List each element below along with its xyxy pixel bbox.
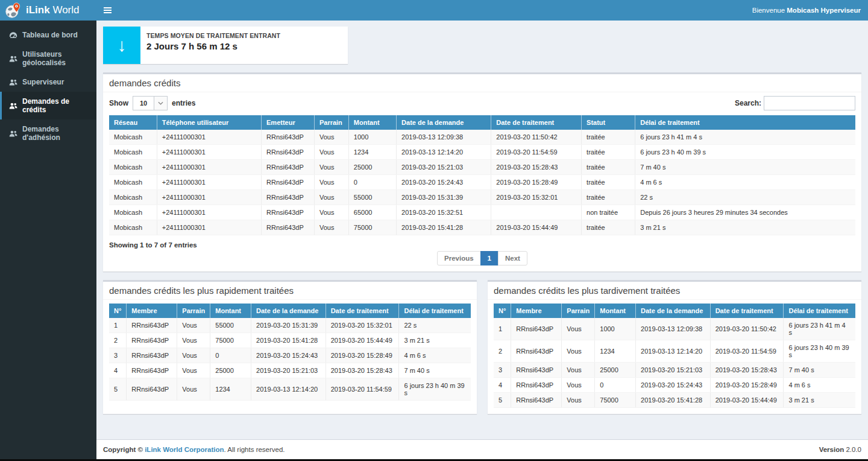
table-cell: 25000 bbox=[210, 363, 251, 378]
table-cell: Vous bbox=[314, 220, 348, 235]
table-row: Mobicash+24111000301RRnsi643dPVous02019-… bbox=[109, 175, 855, 190]
table-cell: RRnsi643dP bbox=[262, 190, 315, 205]
credit-requests-table: RéseauTéléphone utilisateurEmetteurParra… bbox=[109, 115, 855, 235]
table-cell: Vous bbox=[314, 130, 348, 145]
table-cell: +24111000301 bbox=[157, 175, 261, 190]
sidebar-item-demandes-de-credits[interactable]: Demandes de crédits bbox=[0, 92, 96, 119]
column-header[interactable]: Délai de traitement bbox=[784, 304, 855, 318]
sidebar-item-utilisateurs-geolocalises[interactable]: Utilisateurs géolocalisés bbox=[0, 45, 96, 72]
table-cell: 2019-03-20 11:50:42 bbox=[710, 318, 784, 340]
table-cell: 1234 bbox=[210, 378, 251, 401]
table-row: 2RRnsi643dPVous750002019-03-20 15:41:282… bbox=[109, 333, 471, 348]
column-header[interactable]: Date de traitement bbox=[491, 115, 582, 130]
table-cell: 2019-03-20 15:31:39 bbox=[397, 190, 491, 205]
panel-header: demandes crédits les plus tardivement tr… bbox=[488, 282, 861, 300]
table-cell: 22 s bbox=[635, 190, 855, 205]
table-cell: Vous bbox=[314, 205, 348, 220]
globe-pin-logo-icon bbox=[5, 2, 21, 19]
table-summary: Showing 1 to 7 of 7 entries bbox=[109, 241, 855, 249]
table-cell: 2019-03-20 15:31:39 bbox=[251, 318, 326, 333]
table-cell: +24111000301 bbox=[157, 130, 261, 145]
table-cell: Vous bbox=[562, 363, 595, 378]
column-header[interactable]: Membre bbox=[511, 304, 562, 318]
page-1-button[interactable]: 1 bbox=[480, 251, 498, 265]
table-cell: 3 bbox=[494, 363, 511, 378]
next-page-button[interactable]: Next bbox=[498, 251, 527, 265]
credit-requests-panel: demandes crédits Show 10 entries Search: bbox=[103, 72, 861, 272]
column-header[interactable]: Date de la demande bbox=[251, 304, 326, 318]
column-header[interactable]: Montant bbox=[210, 304, 251, 318]
table-cell: 75000 bbox=[210, 333, 251, 348]
table-cell: Vous bbox=[562, 393, 595, 408]
content-area: ↓ TEMPS MOYEN DE TRAITEMENT ENTRANT 2 Jo… bbox=[96, 21, 868, 439]
table-cell: 6 jours 23 h 41 m 4 s bbox=[784, 318, 855, 340]
table-cell: 2019-03-20 15:44:49 bbox=[491, 220, 582, 235]
fastest-processed-table: N°MembreParrainMontantDate de la demande… bbox=[109, 304, 471, 401]
table-cell: RRnsi643dP bbox=[262, 145, 315, 160]
column-header[interactable]: Montant bbox=[348, 115, 396, 130]
table-cell: Mobicash bbox=[109, 130, 157, 145]
table-cell: RRnsi643dP bbox=[127, 333, 177, 348]
column-header[interactable]: N° bbox=[109, 304, 127, 318]
column-header[interactable]: Date de la demande bbox=[636, 304, 711, 318]
table-cell: 4 bbox=[494, 378, 511, 393]
table-cell: +24111000301 bbox=[157, 190, 261, 205]
table-cell: 1234 bbox=[348, 145, 396, 160]
hamburger-icon[interactable] bbox=[96, 0, 118, 21]
table-cell: 2019-03-20 15:28:49 bbox=[491, 175, 582, 190]
sidebar-item-demandes-adhesion[interactable]: Demandes d'adhésion bbox=[0, 119, 96, 147]
table-cell: 2019-03-20 15:32:51 bbox=[397, 205, 491, 220]
table-row: 1RRnsi643dPVous550002019-03-20 15:31:392… bbox=[109, 318, 471, 333]
column-header[interactable]: N° bbox=[494, 304, 511, 318]
column-header[interactable]: Parrain bbox=[314, 115, 348, 130]
company-link[interactable]: iLink World Corporation bbox=[145, 446, 224, 453]
column-header[interactable]: Emetteur bbox=[262, 115, 315, 130]
sidebar-item-tableau-de-bord[interactable]: Tableau de bord bbox=[0, 25, 96, 45]
page-size-select[interactable]: 10 bbox=[133, 96, 168, 110]
column-header[interactable]: Statut bbox=[582, 115, 635, 130]
column-header[interactable]: Date de la demande bbox=[397, 115, 491, 130]
table-cell: 6 jours 23 h 40 m 39 s bbox=[635, 145, 855, 160]
table-cell: Vous bbox=[562, 340, 595, 363]
column-header[interactable]: Téléphone utilisateur bbox=[157, 115, 261, 130]
table-cell: 0 bbox=[595, 378, 636, 393]
table-cell: 6 jours 23 h 40 m 39 s bbox=[784, 340, 855, 363]
show-label: Show bbox=[109, 99, 128, 107]
table-cell: 2019-03-20 15:44:49 bbox=[326, 333, 399, 348]
table-cell: Vous bbox=[314, 190, 348, 205]
column-header[interactable]: Date de traitement bbox=[710, 304, 784, 318]
table-row: 3RRnsi643dPVous250002019-03-20 15:21:032… bbox=[494, 363, 855, 378]
column-header[interactable]: Réseau bbox=[109, 115, 157, 130]
infobox-label: TEMPS MOYEN DE TRAITEMENT ENTRANT bbox=[146, 32, 280, 39]
search-input[interactable] bbox=[764, 96, 855, 110]
table-cell: Vous bbox=[314, 175, 348, 190]
column-header[interactable]: Délai de traitement bbox=[399, 304, 471, 318]
column-header[interactable]: Date de traitement bbox=[326, 304, 399, 318]
brand-title: iLink World bbox=[26, 4, 79, 16]
table-cell: 2019-03-13 12:09:38 bbox=[397, 130, 491, 145]
table-cell: 3 m 21 s bbox=[635, 220, 855, 235]
sidebar-item-superviseur[interactable]: Superviseur bbox=[0, 72, 96, 92]
table-header: N°MembreParrainMontantDate de la demande… bbox=[494, 304, 855, 318]
brand[interactable]: iLink World bbox=[0, 0, 96, 21]
column-header[interactable]: Parrain bbox=[177, 304, 210, 318]
previous-page-button[interactable]: Previous bbox=[437, 251, 481, 265]
table-cell: 2019-03-13 12:14:20 bbox=[251, 378, 326, 401]
table-cell: 3 m 21 s bbox=[399, 333, 471, 348]
table-cell: RRnsi643dP bbox=[262, 160, 315, 175]
column-header[interactable]: Délai de traitement bbox=[635, 115, 855, 130]
table-cell: 2019-03-20 15:28:43 bbox=[491, 160, 582, 175]
table-cell: Mobicash bbox=[109, 160, 157, 175]
table-cell: Mobicash bbox=[109, 205, 157, 220]
table-cell: 7 m 40 s bbox=[784, 363, 855, 378]
table-cell: Vous bbox=[314, 145, 348, 160]
panel-title: demandes crédits bbox=[109, 78, 180, 88]
column-header[interactable]: Parrain bbox=[562, 304, 595, 318]
table-cell: traitée bbox=[582, 190, 635, 205]
column-header[interactable]: Membre bbox=[127, 304, 177, 318]
table-cell: 2019-03-20 11:54:59 bbox=[491, 145, 582, 160]
table-cell: 22 s bbox=[399, 318, 471, 333]
table-cell: 55000 bbox=[348, 190, 396, 205]
column-header[interactable]: Montant bbox=[595, 304, 636, 318]
table-cell: 2019-03-20 15:28:49 bbox=[326, 348, 399, 363]
